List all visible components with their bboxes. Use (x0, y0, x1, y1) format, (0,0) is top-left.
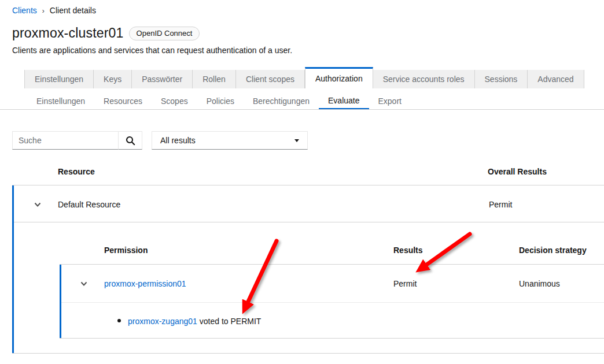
column-header-results: Results (393, 246, 423, 255)
resource-name: Default Resource (58, 200, 120, 209)
tab-client-scopes[interactable]: Client scopes (236, 70, 305, 88)
caret-down-icon (294, 139, 299, 142)
policy-name-link[interactable]: proxmox-zugang01 (128, 317, 197, 326)
expanded-row-indicator (12, 185, 14, 354)
search-icon (126, 136, 135, 146)
breadcrumb-current: Client details (50, 6, 96, 15)
permission-row-expand-toggle[interactable] (76, 276, 92, 292)
tab-einstellungen[interactable]: Einstellungen (24, 70, 94, 88)
breadcrumb-separator-icon: › (42, 6, 45, 15)
table-header-divider (12, 185, 604, 185)
tab-authorization[interactable]: Authorization (305, 67, 373, 88)
column-header-overall-results: Overall Results (488, 167, 547, 176)
subtab-policies[interactable]: Policies (197, 92, 244, 110)
expanded-permission-indicator (60, 265, 61, 339)
page-description: Clients are applications and services th… (12, 46, 292, 55)
subtab-export[interactable]: Export (369, 92, 411, 110)
resource-row-divider (14, 222, 604, 222)
resource-row-expand-toggle[interactable] (30, 196, 46, 213)
permission-decision-strategy: Unanimous (519, 279, 560, 288)
subtab-evaluate[interactable]: Evaluate (319, 92, 369, 110)
vote-detail: proxmox-zugang01 voted to PERMIT (128, 317, 261, 326)
results-filter-select[interactable]: All results (152, 131, 308, 150)
search-input[interactable] (12, 131, 119, 150)
title-row: proxmox-cluster01 OpenID Connect (12, 25, 200, 41)
breadcrumb-clients-link[interactable]: Clients (12, 6, 37, 15)
tab-service-accounts-roles[interactable]: Service accounts roles (373, 70, 475, 88)
subtab-einstellungen[interactable]: Einstellungen (27, 92, 94, 110)
subtabs-divider (0, 109, 604, 110)
client-tabs: Einstellungen Keys Passwörter Rollen Cli… (24, 67, 584, 88)
subtab-berechtigungen[interactable]: Berechtigungen (244, 92, 319, 110)
bullet-icon (117, 319, 121, 322)
vote-detail-text: voted to PERMIT (197, 317, 261, 326)
column-header-decision-strategy: Decision strategy (519, 246, 587, 255)
client-details-page: Clients › Client details proxmox-cluster… (0, 0, 604, 364)
permission-name-link[interactable]: proxmox-permission01 (104, 279, 186, 288)
search-button[interactable] (118, 131, 142, 150)
tab-sessions[interactable]: Sessions (475, 70, 528, 88)
resource-overall-result: Permit (489, 200, 512, 209)
column-header-resource: Resource (58, 167, 95, 176)
tab-keys[interactable]: Keys (94, 70, 132, 88)
tab-advanced[interactable]: Advanced (528, 70, 584, 88)
tab-passwoerter[interactable]: Passwörter (132, 70, 193, 88)
results-table-bottom-divider (12, 353, 604, 354)
protocol-badge: OpenID Connect (129, 27, 200, 40)
results-filter-value: All results (160, 136, 196, 145)
breadcrumb: Clients › Client details (12, 6, 96, 15)
subtab-scopes[interactable]: Scopes (152, 92, 197, 110)
permission-row-divider (61, 302, 604, 303)
permission-result: Permit (393, 279, 417, 288)
chevron-down-icon (80, 280, 88, 288)
permission-header-divider (60, 264, 604, 265)
page-title: proxmox-cluster01 (12, 25, 124, 41)
tab-rollen[interactable]: Rollen (193, 70, 236, 88)
subtab-resources[interactable]: Resources (94, 92, 152, 110)
annotation-arrow-to-vote-text (248, 241, 277, 303)
column-header-permission: Permission (104, 246, 148, 255)
chevron-down-icon (34, 200, 42, 209)
authorization-subtabs: Einstellungen Resources Scopes Policies … (27, 92, 411, 110)
annotation-arrow-to-permit-result (426, 234, 470, 265)
permission-table-bottom-divider (60, 338, 604, 339)
